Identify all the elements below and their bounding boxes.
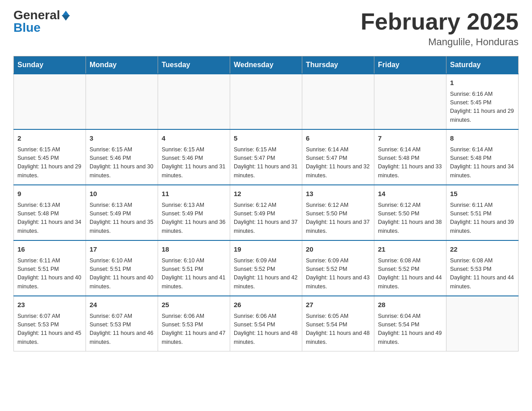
calendar-cell [302, 74, 374, 129]
day-info: Sunrise: 6:13 AM Sunset: 5:49 PM Dayligh… [162, 201, 226, 236]
calendar-cell: 25Sunrise: 6:06 AM Sunset: 5:53 PM Dayli… [158, 296, 230, 351]
day-number: 5 [234, 133, 298, 144]
calendar-cell: 15Sunrise: 6:11 AM Sunset: 5:51 PM Dayli… [446, 185, 519, 240]
calendar-cell [374, 74, 446, 129]
day-number: 12 [234, 189, 298, 199]
calendar-cell: 26Sunrise: 6:06 AM Sunset: 5:54 PM Dayli… [230, 296, 302, 351]
calendar-cell: 20Sunrise: 6:09 AM Sunset: 5:52 PM Dayli… [302, 240, 374, 296]
month-title: February 2025 [360, 9, 519, 34]
day-number: 20 [306, 244, 370, 255]
day-info: Sunrise: 6:09 AM Sunset: 5:52 PM Dayligh… [234, 257, 298, 291]
day-info: Sunrise: 6:04 AM Sunset: 5:54 PM Dayligh… [378, 312, 442, 347]
weekday-header-sunday: Sunday [14, 56, 86, 74]
calendar-cell: 18Sunrise: 6:10 AM Sunset: 5:51 PM Dayli… [158, 240, 230, 296]
weekday-header-monday: Monday [86, 56, 158, 74]
day-number: 22 [450, 244, 515, 255]
day-number: 7 [378, 133, 442, 144]
calendar-cell: 16Sunrise: 6:11 AM Sunset: 5:51 PM Dayli… [14, 240, 86, 296]
logo-general-text: General [13, 9, 60, 21]
day-info: Sunrise: 6:10 AM Sunset: 5:51 PM Dayligh… [162, 257, 226, 291]
calendar-cell [158, 74, 230, 129]
day-number: 14 [378, 189, 442, 199]
day-info: Sunrise: 6:13 AM Sunset: 5:49 PM Dayligh… [90, 201, 154, 236]
calendar-cell: 3Sunrise: 6:15 AM Sunset: 5:46 PM Daylig… [86, 129, 158, 185]
day-number: 28 [378, 300, 442, 310]
calendar-cell: 19Sunrise: 6:09 AM Sunset: 5:52 PM Dayli… [230, 240, 302, 296]
day-number: 3 [90, 133, 154, 144]
day-info: Sunrise: 6:06 AM Sunset: 5:54 PM Dayligh… [234, 312, 298, 347]
calendar-cell [230, 74, 302, 129]
day-info: Sunrise: 6:07 AM Sunset: 5:53 PM Dayligh… [90, 312, 154, 347]
day-number: 23 [17, 300, 82, 310]
day-number: 4 [162, 133, 226, 144]
day-info: Sunrise: 6:14 AM Sunset: 5:47 PM Dayligh… [306, 146, 370, 180]
calendar-table: SundayMondayTuesdayWednesdayThursdayFrid… [13, 56, 519, 351]
weekday-header-saturday: Saturday [446, 56, 519, 74]
day-number: 8 [450, 133, 515, 144]
calendar-cell: 27Sunrise: 6:05 AM Sunset: 5:54 PM Dayli… [302, 296, 374, 351]
calendar-cell: 22Sunrise: 6:08 AM Sunset: 5:53 PM Dayli… [446, 240, 519, 296]
day-info: Sunrise: 6:16 AM Sunset: 5:45 PM Dayligh… [450, 90, 515, 125]
weekday-header-wednesday: Wednesday [230, 56, 302, 74]
calendar-cell: 13Sunrise: 6:12 AM Sunset: 5:50 PM Dayli… [302, 185, 374, 240]
day-info: Sunrise: 6:08 AM Sunset: 5:52 PM Dayligh… [378, 257, 442, 291]
day-info: Sunrise: 6:07 AM Sunset: 5:53 PM Dayligh… [17, 312, 82, 347]
calendar-cell: 28Sunrise: 6:04 AM Sunset: 5:54 PM Dayli… [374, 296, 446, 351]
calendar-cell: 11Sunrise: 6:13 AM Sunset: 5:49 PM Dayli… [158, 185, 230, 240]
calendar-week-row: 23Sunrise: 6:07 AM Sunset: 5:53 PM Dayli… [14, 296, 519, 351]
day-info: Sunrise: 6:15 AM Sunset: 5:46 PM Dayligh… [90, 146, 154, 180]
calendar-cell: 4Sunrise: 6:15 AM Sunset: 5:46 PM Daylig… [158, 129, 230, 185]
calendar-cell: 6Sunrise: 6:14 AM Sunset: 5:47 PM Daylig… [302, 129, 374, 185]
day-info: Sunrise: 6:11 AM Sunset: 5:51 PM Dayligh… [17, 257, 82, 291]
calendar-cell: 14Sunrise: 6:12 AM Sunset: 5:50 PM Dayli… [374, 185, 446, 240]
day-number: 24 [90, 300, 154, 310]
day-info: Sunrise: 6:12 AM Sunset: 5:50 PM Dayligh… [306, 201, 370, 236]
calendar-cell [14, 74, 86, 129]
weekday-header-tuesday: Tuesday [158, 56, 230, 74]
day-number: 13 [306, 189, 370, 199]
day-number: 17 [90, 244, 154, 255]
day-number: 15 [450, 189, 515, 199]
calendar-week-row: 9Sunrise: 6:13 AM Sunset: 5:48 PM Daylig… [14, 185, 519, 240]
calendar-cell: 17Sunrise: 6:10 AM Sunset: 5:51 PM Dayli… [86, 240, 158, 296]
calendar-week-row: 2Sunrise: 6:15 AM Sunset: 5:45 PM Daylig… [14, 129, 519, 185]
day-number: 25 [162, 300, 226, 310]
calendar-cell: 10Sunrise: 6:13 AM Sunset: 5:49 PM Dayli… [86, 185, 158, 240]
day-info: Sunrise: 6:12 AM Sunset: 5:50 PM Dayligh… [378, 201, 442, 236]
day-info: Sunrise: 6:08 AM Sunset: 5:53 PM Dayligh… [450, 257, 515, 291]
calendar-cell: 12Sunrise: 6:12 AM Sunset: 5:49 PM Dayli… [230, 185, 302, 240]
day-info: Sunrise: 6:13 AM Sunset: 5:48 PM Dayligh… [17, 201, 82, 236]
calendar-cell: 23Sunrise: 6:07 AM Sunset: 5:53 PM Dayli… [14, 296, 86, 351]
day-number: 18 [162, 244, 226, 255]
weekday-header-row: SundayMondayTuesdayWednesdayThursdayFrid… [14, 56, 519, 74]
day-info: Sunrise: 6:12 AM Sunset: 5:49 PM Dayligh… [234, 201, 298, 236]
calendar-cell [86, 74, 158, 129]
day-info: Sunrise: 6:05 AM Sunset: 5:54 PM Dayligh… [306, 312, 370, 347]
day-number: 16 [17, 244, 82, 255]
day-info: Sunrise: 6:15 AM Sunset: 5:47 PM Dayligh… [234, 146, 298, 180]
page-header: General Blue February 2025 Mangulile, Ho… [13, 9, 519, 48]
calendar-cell: 5Sunrise: 6:15 AM Sunset: 5:47 PM Daylig… [230, 129, 302, 185]
weekday-header-friday: Friday [374, 56, 446, 74]
calendar-cell: 8Sunrise: 6:14 AM Sunset: 5:48 PM Daylig… [446, 129, 519, 185]
calendar-cell: 7Sunrise: 6:14 AM Sunset: 5:48 PM Daylig… [374, 129, 446, 185]
day-info: Sunrise: 6:09 AM Sunset: 5:52 PM Dayligh… [306, 257, 370, 291]
calendar-cell: 21Sunrise: 6:08 AM Sunset: 5:52 PM Dayli… [374, 240, 446, 296]
calendar-week-row: 1Sunrise: 6:16 AM Sunset: 5:45 PM Daylig… [14, 74, 519, 129]
day-number: 21 [378, 244, 442, 255]
day-info: Sunrise: 6:14 AM Sunset: 5:48 PM Dayligh… [450, 146, 515, 180]
day-number: 11 [162, 189, 226, 199]
day-info: Sunrise: 6:11 AM Sunset: 5:51 PM Dayligh… [450, 201, 515, 236]
day-number: 10 [90, 189, 154, 199]
calendar-cell: 9Sunrise: 6:13 AM Sunset: 5:48 PM Daylig… [14, 185, 86, 240]
day-info: Sunrise: 6:15 AM Sunset: 5:46 PM Dayligh… [162, 146, 226, 180]
calendar-cell: 2Sunrise: 6:15 AM Sunset: 5:45 PM Daylig… [14, 129, 86, 185]
day-number: 1 [450, 78, 515, 88]
day-info: Sunrise: 6:10 AM Sunset: 5:51 PM Dayligh… [90, 257, 154, 291]
weekday-header-thursday: Thursday [302, 56, 374, 74]
day-info: Sunrise: 6:06 AM Sunset: 5:53 PM Dayligh… [162, 312, 226, 347]
day-info: Sunrise: 6:14 AM Sunset: 5:48 PM Dayligh… [378, 146, 442, 180]
day-number: 6 [306, 133, 370, 144]
calendar-cell [446, 296, 519, 351]
title-block: February 2025 Mangulile, Honduras [360, 9, 519, 48]
